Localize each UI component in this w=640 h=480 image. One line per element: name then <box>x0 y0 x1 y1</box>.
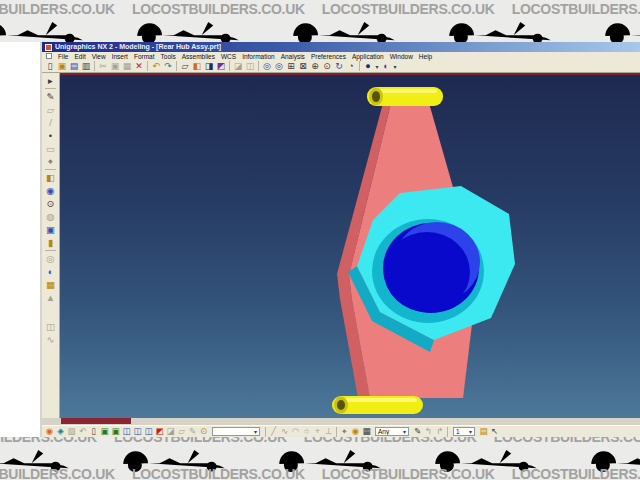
revolve-icon[interactable]: ◉ <box>44 184 57 197</box>
display-mode-icon[interactable]: ◐ <box>380 60 392 72</box>
dropdown-arrow-icon[interactable] <box>469 428 472 435</box>
add-component-icon[interactable]: ◫ <box>121 426 132 437</box>
menu-insert[interactable]: Insert <box>112 53 128 60</box>
shaded-display-icon[interactable]: ● <box>362 60 374 72</box>
regenerate-icon[interactable]: ◈ <box>55 426 66 437</box>
menu-view[interactable]: View <box>92 53 106 60</box>
unite-icon[interactable]: ◎ <box>44 252 57 265</box>
model-canvas[interactable] <box>60 75 640 418</box>
back-icon[interactable]: ↰ <box>423 426 434 437</box>
edit-curve-icon[interactable]: ✎ <box>187 426 198 437</box>
forward-icon[interactable]: ↱ <box>434 426 445 437</box>
find-icon[interactable]: ⊙ <box>198 426 209 437</box>
snap-point-icon[interactable]: ◉ <box>350 426 361 437</box>
menu-application[interactable]: Application <box>352 53 384 60</box>
snap-perpendicular-icon[interactable]: ⊥ <box>323 426 334 437</box>
orient-view-icon[interactable]: ◎ <box>273 60 285 72</box>
perspective-icon[interactable]: ◔ <box>345 60 357 72</box>
update-session-icon[interactable]: ◉ <box>44 426 55 437</box>
cylinder-icon[interactable]: ▮ <box>44 236 57 249</box>
zoom-icon[interactable]: ⊕ <box>309 60 321 72</box>
snap-curve-icon[interactable]: ∿ <box>279 426 290 437</box>
select-icon[interactable]: ▸ <box>44 74 57 87</box>
extrude-icon[interactable]: ◨ <box>203 60 215 72</box>
extrude-icon[interactable]: ◧ <box>44 171 57 184</box>
save-icon[interactable]: ▤ <box>68 60 80 72</box>
zoom-box-icon[interactable]: ⊠ <box>297 60 309 72</box>
clipboard-icon[interactable]: ▤ <box>478 426 489 437</box>
plane-icon[interactable]: ▭ <box>44 142 57 155</box>
grid-icon[interactable]: ▦ <box>361 426 372 437</box>
undo-icon[interactable]: ↶ <box>77 426 88 437</box>
menu-assemblies[interactable]: Assemblies <box>182 53 215 60</box>
fit-view-icon[interactable]: ⊞ <box>285 60 297 72</box>
datum-axis-icon[interactable]: / <box>44 116 57 129</box>
magnify-icon[interactable]: ⊙ <box>321 60 333 72</box>
new-part-icon[interactable]: ▯ <box>88 426 99 437</box>
block-icon[interactable]: ▦ <box>44 278 57 291</box>
bore-shadow[interactable] <box>384 232 470 312</box>
boss-icon[interactable]: ◍ <box>44 210 57 223</box>
select-cursor-icon[interactable]: ↖ <box>489 426 500 437</box>
menu-information[interactable]: Information <box>242 53 275 60</box>
pocket-icon[interactable]: ▣ <box>44 223 57 236</box>
copy-icon[interactable]: ▣ <box>109 60 121 72</box>
paste-icon[interactable]: ▦ <box>121 60 133 72</box>
subtract-icon[interactable]: ◫ <box>244 60 256 72</box>
named-views-icon[interactable]: ◎ <box>261 60 273 72</box>
print-icon[interactable]: ▥ <box>80 60 92 72</box>
sketch-pen-icon[interactable]: ✎ <box>412 426 423 437</box>
menu-format[interactable]: Format <box>134 53 155 60</box>
menu-edit[interactable]: Edit <box>74 53 85 60</box>
freeform-icon[interactable]: ▱ <box>176 426 187 437</box>
move-component-icon[interactable]: ◫ <box>143 426 154 437</box>
work-part-icon[interactable]: ▣ <box>99 426 110 437</box>
sphere-icon[interactable]: ◐ <box>44 265 57 278</box>
menu-file[interactable]: File <box>58 53 68 60</box>
new-file-icon[interactable]: ▯ <box>44 60 56 72</box>
datum-plane-icon[interactable]: ◧ <box>191 60 203 72</box>
delete-icon[interactable]: ✕ <box>133 60 145 72</box>
redo-icon[interactable]: ↷ <box>162 60 174 72</box>
part-window-icon[interactable] <box>46 53 52 59</box>
selection-scope-combo[interactable] <box>212 427 260 436</box>
graphics-viewport[interactable] <box>60 73 640 418</box>
sketch-icon[interactable]: ✎ <box>44 90 57 103</box>
curve-icon[interactable]: ∿ <box>44 333 57 346</box>
menu-window[interactable]: Window <box>390 53 413 60</box>
snap-midpoint-icon[interactable]: + <box>312 426 323 437</box>
hole-icon[interactable]: ⊙ <box>44 197 57 210</box>
point-icon[interactable]: • <box>44 129 57 142</box>
revolve-icon[interactable]: ◩ <box>215 60 227 72</box>
work-layer-combo[interactable]: 1 <box>453 427 475 436</box>
point-constructor-icon[interactable]: ⌖ <box>339 426 350 437</box>
constraints-icon[interactable]: ◪ <box>165 426 176 437</box>
part-navigator-icon[interactable]: ▲ <box>44 291 57 304</box>
open-file-icon[interactable]: ▣ <box>56 60 68 72</box>
mate-component-icon[interactable]: ◩ <box>154 426 165 437</box>
dropdown-arrow-icon[interactable] <box>403 428 406 435</box>
sketch-icon[interactable]: ▱ <box>179 60 191 72</box>
displayed-part-icon[interactable]: ▣ <box>110 426 121 437</box>
snap-circle-icon[interactable]: ○ <box>301 426 312 437</box>
datum-plane-icon[interactable]: ▱ <box>44 103 57 116</box>
menu-wcs[interactable]: WCS <box>221 53 236 60</box>
snap-mode-combo[interactable]: Any <box>375 427 409 436</box>
dropdown-arrow-icon[interactable]: ▾ <box>392 63 398 70</box>
menu-tools[interactable]: Tools <box>161 53 176 60</box>
delete-icon[interactable]: ▧ <box>66 426 77 437</box>
undo-icon[interactable]: ↶ <box>150 60 162 72</box>
menu-analysis[interactable]: Analysis <box>281 53 305 60</box>
snap-icon[interactable]: ◫ <box>44 320 57 333</box>
csys-icon[interactable]: ⌖ <box>44 155 57 168</box>
cut-icon[interactable]: ✂ <box>97 60 109 72</box>
menu-preferences[interactable]: Preferences <box>311 53 346 60</box>
rotate-view-icon[interactable]: ↻ <box>333 60 345 72</box>
dropdown-arrow-icon[interactable] <box>254 428 257 435</box>
snap-line-icon[interactable]: ╱ <box>268 426 279 437</box>
menu-help[interactable]: Help <box>419 53 432 60</box>
snap-arc-icon[interactable]: ◠ <box>290 426 301 437</box>
title-bar[interactable]: Unigraphics NX 2 - Modeling - [Rear Hub … <box>42 42 640 52</box>
replace-component-icon[interactable]: ◫ <box>132 426 143 437</box>
unite-icon[interactable]: ◪ <box>232 60 244 72</box>
